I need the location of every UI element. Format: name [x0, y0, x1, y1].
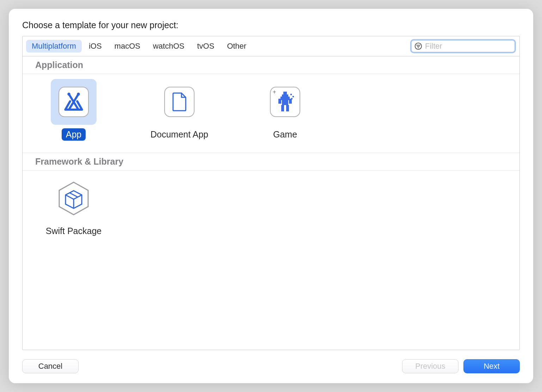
filter-icon	[414, 42, 422, 50]
cancel-button[interactable]: Cancel	[22, 359, 79, 373]
svg-rect-7	[282, 94, 288, 97]
svg-rect-13	[286, 105, 289, 111]
template-document-app-label: Document App	[146, 128, 213, 141]
svg-rect-15	[292, 96, 294, 97]
previous-button[interactable]: Previous	[402, 359, 458, 373]
svg-rect-11	[282, 100, 288, 105]
section-header-application: Application	[23, 56, 519, 74]
svg-rect-6	[283, 92, 287, 94]
filter-input[interactable]	[425, 42, 520, 51]
tab-tvos[interactable]: tvOS	[191, 40, 220, 53]
svg-rect-9	[278, 99, 281, 104]
dialog-footer: Cancel Previous Next	[22, 350, 520, 373]
svg-rect-10	[289, 99, 292, 104]
template-swift-package-label: Swift Package	[42, 225, 106, 237]
platform-tabbar: Multiplatform iOS macOS watchOS tvOS Oth…	[23, 36, 519, 56]
filter-field[interactable]	[410, 39, 516, 53]
svg-rect-14	[290, 94, 292, 95]
document-icon	[164, 87, 195, 117]
section-header-framework: Framework & Library	[23, 153, 519, 171]
template-panel: Multiplatform iOS macOS watchOS tvOS Oth…	[22, 36, 520, 350]
new-project-template-dialog: Choose a template for your new project: …	[9, 9, 533, 383]
package-icon	[57, 181, 90, 216]
tab-other[interactable]: Other	[221, 40, 252, 53]
template-document-app[interactable]: Document App	[142, 79, 216, 141]
app-icon	[58, 87, 89, 117]
section-body-application: App Document App +	[23, 74, 519, 153]
svg-rect-16	[291, 98, 292, 99]
section-body-framework: Swift Package	[23, 171, 519, 249]
tab-multiplatform[interactable]: Multiplatform	[26, 40, 82, 53]
tab-watchos[interactable]: watchOS	[147, 40, 190, 53]
svg-rect-12	[281, 105, 284, 111]
svg-rect-8	[281, 97, 290, 100]
template-swift-package[interactable]: Swift Package	[37, 176, 111, 237]
template-app[interactable]: App	[37, 79, 111, 141]
template-app-selection	[51, 79, 97, 125]
dialog-title: Choose a template for your new project:	[22, 20, 520, 30]
next-button[interactable]: Next	[463, 359, 520, 373]
tab-ios[interactable]: iOS	[83, 40, 107, 53]
template-game-label: Game	[269, 128, 301, 141]
template-game[interactable]: +	[248, 79, 322, 141]
game-icon: +	[270, 87, 300, 117]
tab-macos[interactable]: macOS	[109, 40, 146, 53]
template-app-label: App	[62, 128, 86, 141]
